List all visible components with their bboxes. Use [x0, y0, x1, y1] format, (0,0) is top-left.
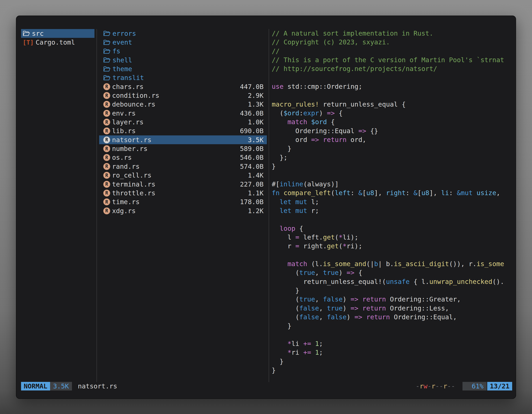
file-size: 436.0B	[240, 109, 264, 117]
current-pane: errorseventfsshellthemetranslitRchars.rs…	[99, 29, 267, 215]
file-row[interactable]: Rchars.rs447.0B	[99, 82, 267, 91]
file-row[interactable]: Rnumber.rs589.0B	[99, 144, 267, 153]
scroll-percent-badge: 61%	[463, 382, 487, 390]
dir-row[interactable]: src	[21, 29, 95, 38]
code-line: let mut r;	[272, 206, 513, 215]
file-row[interactable]: Rtime.rs178.0B	[99, 198, 267, 206]
file-name: chars.rs	[112, 83, 143, 91]
rust-file-icon: R	[103, 145, 110, 152]
rust-file-icon: R	[103, 181, 110, 188]
file-name: rand.rs	[112, 163, 140, 170]
code-line: l = left.get(*li);	[272, 233, 513, 242]
file-row[interactable]: Rrand.rs574.0B	[99, 162, 267, 171]
file-row[interactable]: Rcondition.rs2.9K	[99, 91, 267, 100]
file-size-badge: 3.5K	[50, 382, 72, 390]
status-bar: NORMAL 3.5K natsort.rs -rw-r--r-- 61% 13…	[21, 382, 512, 390]
code-line	[272, 73, 513, 82]
folder-open-icon	[103, 57, 111, 63]
file-row[interactable]: Rterminal.rs227.0B	[99, 180, 267, 189]
code-line: // This is a port of the C version of Ma…	[272, 56, 513, 64]
file-size: 3.5K	[248, 136, 264, 144]
pane-divider	[269, 29, 269, 382]
file-size: 227.0B	[240, 180, 264, 188]
cursor-position-badge: 13/21	[487, 382, 512, 390]
toml-file-icon: [T]	[23, 39, 34, 46]
dir-row[interactable]: shell	[99, 56, 267, 64]
file-name: ro_cell.rs	[112, 171, 152, 179]
file-name: os.rs	[112, 154, 132, 161]
dir-row[interactable]: errors	[99, 29, 267, 38]
dir-name: src	[32, 30, 44, 38]
code-line: }	[272, 322, 513, 330]
permission-flag: r	[431, 382, 435, 390]
code-line: };	[272, 153, 513, 162]
code-line: *ri += 1;	[272, 348, 513, 357]
permission-flag: --	[435, 382, 443, 390]
code-line: Ordering::Equal => {}	[272, 127, 513, 135]
code-line: }	[272, 162, 513, 171]
dir-name: theme	[113, 65, 132, 73]
permission-flag: -	[416, 382, 419, 390]
yazi-file-manager-window: src[T]Cargo.toml errorseventfsshelltheme…	[16, 16, 516, 399]
file-size: 546.0B	[240, 154, 264, 161]
pane-divider	[96, 29, 97, 382]
file-row[interactable]: Renv.rs436.0B	[99, 109, 267, 118]
code-line: // A natural sort implementation in Rust…	[272, 29, 513, 38]
file-name: condition.rs	[112, 92, 159, 99]
file-row[interactable]: Rlayer.rs1.0K	[99, 118, 267, 126]
file-size: 447.0B	[240, 83, 264, 91]
code-line: (true, true) => {	[272, 268, 513, 277]
permission-flag: -	[428, 382, 431, 390]
file-size: 1.4K	[248, 171, 264, 179]
dir-row[interactable]: fs	[99, 47, 267, 56]
folder-open-icon	[103, 75, 111, 81]
dir-row[interactable]: event	[99, 38, 267, 47]
folder-open-icon	[103, 30, 111, 37]
dir-name: errors	[113, 30, 136, 38]
parent-pane: src[T]Cargo.toml	[21, 29, 95, 47]
code-line: loop {	[272, 224, 513, 233]
code-line	[272, 215, 513, 224]
file-row[interactable]: Rlib.rs690.0B	[99, 127, 267, 135]
file-name: natsort.rs	[112, 136, 152, 144]
dir-row[interactable]: translit	[99, 73, 267, 82]
rust-file-icon: R	[103, 136, 110, 143]
file-name: debounce.rs	[112, 100, 155, 108]
file-row[interactable]: [T]Cargo.toml	[21, 38, 95, 47]
rust-file-icon: R	[103, 198, 110, 205]
file-name: env.rs	[112, 109, 136, 117]
mode-badge: NORMAL	[21, 382, 50, 390]
file-row[interactable]: Rro_cell.rs1.4K	[99, 171, 267, 180]
file-size: 574.0B	[240, 163, 264, 170]
code-line: use std::cmp::Ordering;	[272, 82, 513, 91]
code-line	[272, 91, 513, 100]
code-line: match $ord {	[272, 118, 513, 126]
dir-row[interactable]: theme	[99, 64, 267, 73]
code-line	[272, 331, 513, 339]
file-size: 690.0B	[240, 127, 264, 135]
code-line: match (l.is_some_and(|b| b.is_ascii_digi…	[272, 260, 513, 268]
file-row[interactable]: Rxdg.rs1.2K	[99, 206, 267, 215]
permission-flag: r	[419, 382, 423, 390]
file-row[interactable]: Rdebounce.rs1.3K	[99, 100, 267, 109]
file-row[interactable]: Rthrottle.rs1.1K	[99, 189, 267, 197]
rust-file-icon: R	[103, 207, 110, 214]
permission-flag: --	[447, 382, 455, 390]
folder-open-icon	[23, 30, 30, 37]
file-row[interactable]: Ros.rs546.0B	[99, 153, 267, 162]
file-size: 1.2K	[248, 207, 264, 215]
rust-file-icon: R	[103, 83, 110, 90]
file-name: number.rs	[112, 145, 147, 153]
rust-file-icon: R	[103, 110, 110, 117]
code-line: macro_rules! return_unless_equal {	[272, 100, 513, 109]
file-row[interactable]: Rnatsort.rs3.5K	[99, 135, 267, 144]
rust-file-icon: R	[103, 172, 110, 179]
code-line: }	[272, 357, 513, 366]
code-line: }	[272, 286, 513, 295]
file-size: 178.0B	[240, 198, 264, 206]
permission-flag: r	[443, 382, 447, 390]
code-line: return_unless_equal!(unsafe { l.unwrap_u…	[272, 277, 513, 286]
file-size: 1.1K	[248, 189, 264, 197]
code-line: fn compare_left(left: &[u8], right: &[u8…	[272, 189, 513, 197]
rust-file-icon: R	[103, 190, 110, 197]
